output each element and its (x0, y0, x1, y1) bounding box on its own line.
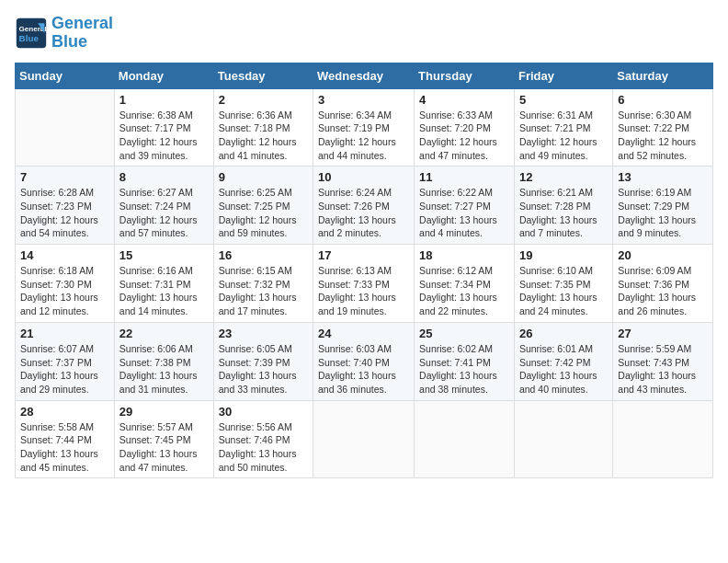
day-info: Sunrise: 6:12 AM Sunset: 7:34 PM Dayligh… (419, 264, 509, 318)
calendar-day-cell: 18Sunrise: 6:12 AM Sunset: 7:34 PM Dayli… (415, 245, 515, 323)
day-number: 9 (219, 170, 308, 184)
calendar-day-cell: 20Sunrise: 6:09 AM Sunset: 7:36 PM Dayli… (613, 245, 713, 323)
day-info: Sunrise: 6:22 AM Sunset: 7:27 PM Dayligh… (419, 186, 509, 240)
day-info: Sunrise: 6:24 AM Sunset: 7:26 PM Dayligh… (318, 186, 409, 240)
day-number: 12 (519, 170, 608, 184)
calendar-week-row: 28Sunrise: 5:58 AM Sunset: 7:44 PM Dayli… (16, 400, 713, 478)
calendar-week-row: 7Sunrise: 6:28 AM Sunset: 7:23 PM Daylig… (16, 167, 713, 245)
day-number: 18 (419, 248, 509, 262)
weekday-header-row: SundayMondayTuesdayWednesdayThursdayFrid… (16, 63, 713, 88)
calendar-day-cell: 21Sunrise: 6:07 AM Sunset: 7:37 PM Dayli… (16, 322, 115, 400)
day-number: 23 (219, 327, 308, 340)
day-number: 30 (219, 405, 308, 419)
day-number: 1 (119, 93, 209, 107)
calendar-day-cell: 22Sunrise: 6:06 AM Sunset: 7:38 PM Dayli… (114, 322, 213, 400)
day-info: Sunrise: 6:05 AM Sunset: 7:39 PM Dayligh… (219, 342, 308, 396)
calendar-day-cell: 12Sunrise: 6:21 AM Sunset: 7:28 PM Dayli… (514, 167, 612, 245)
calendar-day-cell: 16Sunrise: 6:15 AM Sunset: 7:32 PM Dayli… (213, 245, 313, 323)
day-number: 10 (318, 170, 409, 184)
day-number: 22 (119, 327, 209, 340)
calendar-day-cell: 15Sunrise: 6:16 AM Sunset: 7:31 PM Dayli… (114, 245, 213, 323)
calendar-day-cell: 2Sunrise: 6:36 AM Sunset: 7:18 PM Daylig… (213, 88, 313, 167)
day-number: 16 (219, 248, 308, 262)
day-number: 17 (318, 248, 409, 262)
calendar-day-cell: 24Sunrise: 6:03 AM Sunset: 7:40 PM Dayli… (313, 322, 415, 400)
calendar-day-cell: 11Sunrise: 6:22 AM Sunset: 7:27 PM Dayli… (415, 167, 515, 245)
day-number: 5 (519, 93, 608, 107)
calendar-day-cell: 10Sunrise: 6:24 AM Sunset: 7:26 PM Dayli… (313, 167, 415, 245)
weekday-header-cell: Thursday (415, 63, 515, 88)
calendar-day-cell: 26Sunrise: 6:01 AM Sunset: 7:42 PM Dayli… (514, 322, 612, 400)
calendar-day-cell: 19Sunrise: 6:10 AM Sunset: 7:35 PM Dayli… (514, 245, 612, 323)
day-number: 25 (419, 327, 509, 340)
calendar-day-cell (613, 400, 713, 478)
weekday-header-cell: Sunday (16, 63, 115, 88)
calendar-week-row: 14Sunrise: 6:18 AM Sunset: 7:30 PM Dayli… (16, 245, 713, 323)
calendar-body: 1Sunrise: 6:38 AM Sunset: 7:17 PM Daylig… (16, 88, 713, 478)
calendar-table: SundayMondayTuesdayWednesdayThursdayFrid… (15, 63, 713, 479)
day-info: Sunrise: 6:06 AM Sunset: 7:38 PM Dayligh… (119, 342, 209, 396)
calendar-day-cell: 29Sunrise: 5:57 AM Sunset: 7:45 PM Dayli… (114, 400, 213, 478)
day-number: 8 (119, 170, 209, 184)
weekday-header-cell: Tuesday (213, 63, 313, 88)
day-number: 14 (20, 248, 109, 262)
calendar-day-cell (313, 400, 415, 478)
day-info: Sunrise: 6:31 AM Sunset: 7:21 PM Dayligh… (519, 109, 608, 163)
calendar-day-cell (16, 88, 115, 167)
day-info: Sunrise: 6:34 AM Sunset: 7:19 PM Dayligh… (318, 109, 409, 163)
day-info: Sunrise: 6:28 AM Sunset: 7:23 PM Dayligh… (20, 186, 109, 240)
day-info: Sunrise: 6:38 AM Sunset: 7:17 PM Dayligh… (119, 109, 209, 163)
day-number: 19 (519, 248, 608, 262)
day-number: 15 (119, 248, 209, 262)
day-info: Sunrise: 5:56 AM Sunset: 7:46 PM Dayligh… (219, 420, 308, 475)
weekday-header-cell: Saturday (613, 63, 713, 88)
calendar-day-cell: 3Sunrise: 6:34 AM Sunset: 7:19 PM Daylig… (313, 88, 415, 167)
day-number: 6 (618, 93, 708, 107)
calendar-week-row: 21Sunrise: 6:07 AM Sunset: 7:37 PM Dayli… (16, 322, 713, 400)
day-info: Sunrise: 6:02 AM Sunset: 7:41 PM Dayligh… (419, 342, 509, 396)
day-number: 24 (318, 327, 409, 340)
day-number: 26 (519, 327, 608, 340)
weekday-header-cell: Friday (514, 63, 612, 88)
day-number: 20 (618, 248, 708, 262)
day-info: Sunrise: 6:36 AM Sunset: 7:18 PM Dayligh… (219, 109, 308, 163)
day-info: Sunrise: 6:27 AM Sunset: 7:24 PM Dayligh… (119, 186, 209, 240)
day-number: 27 (618, 327, 708, 340)
day-info: Sunrise: 6:16 AM Sunset: 7:31 PM Dayligh… (119, 264, 209, 318)
page-header: General Blue GeneralBlue (15, 15, 713, 52)
day-number: 28 (20, 405, 109, 419)
calendar-week-row: 1Sunrise: 6:38 AM Sunset: 7:17 PM Daylig… (16, 88, 713, 167)
day-info: Sunrise: 6:18 AM Sunset: 7:30 PM Dayligh… (20, 264, 109, 318)
logo: General Blue GeneralBlue (15, 15, 113, 52)
calendar-day-cell: 25Sunrise: 6:02 AM Sunset: 7:41 PM Dayli… (415, 322, 515, 400)
calendar-day-cell: 17Sunrise: 6:13 AM Sunset: 7:33 PM Dayli… (313, 245, 415, 323)
calendar-day-cell: 5Sunrise: 6:31 AM Sunset: 7:21 PM Daylig… (514, 88, 612, 167)
day-number: 29 (119, 405, 209, 419)
day-number: 3 (318, 93, 409, 107)
day-info: Sunrise: 6:15 AM Sunset: 7:32 PM Dayligh… (219, 264, 308, 318)
calendar-day-cell: 13Sunrise: 6:19 AM Sunset: 7:29 PM Dayli… (613, 167, 713, 245)
day-info: Sunrise: 6:21 AM Sunset: 7:28 PM Dayligh… (519, 186, 608, 240)
day-info: Sunrise: 6:10 AM Sunset: 7:35 PM Dayligh… (519, 264, 608, 318)
logo-icon: General Blue (15, 17, 48, 50)
calendar-day-cell: 4Sunrise: 6:33 AM Sunset: 7:20 PM Daylig… (415, 88, 515, 167)
logo-text: GeneralBlue (51, 15, 113, 52)
svg-text:Blue: Blue (19, 33, 40, 43)
calendar-day-cell: 27Sunrise: 5:59 AM Sunset: 7:43 PM Dayli… (613, 322, 713, 400)
calendar-day-cell (415, 400, 515, 478)
calendar-day-cell: 6Sunrise: 6:30 AM Sunset: 7:22 PM Daylig… (613, 88, 713, 167)
day-info: Sunrise: 6:03 AM Sunset: 7:40 PM Dayligh… (318, 342, 409, 396)
calendar-day-cell: 30Sunrise: 5:56 AM Sunset: 7:46 PM Dayli… (213, 400, 313, 478)
day-info: Sunrise: 5:58 AM Sunset: 7:44 PM Dayligh… (20, 420, 109, 475)
day-number: 13 (618, 170, 708, 184)
weekday-header-cell: Monday (114, 63, 213, 88)
day-info: Sunrise: 6:09 AM Sunset: 7:36 PM Dayligh… (618, 264, 708, 318)
calendar-day-cell (514, 400, 612, 478)
day-info: Sunrise: 6:07 AM Sunset: 7:37 PM Dayligh… (20, 342, 109, 396)
day-number: 11 (419, 170, 509, 184)
calendar-day-cell: 28Sunrise: 5:58 AM Sunset: 7:44 PM Dayli… (16, 400, 115, 478)
day-info: Sunrise: 6:13 AM Sunset: 7:33 PM Dayligh… (318, 264, 409, 318)
calendar-day-cell: 23Sunrise: 6:05 AM Sunset: 7:39 PM Dayli… (213, 322, 313, 400)
day-number: 2 (219, 93, 308, 107)
calendar-day-cell: 1Sunrise: 6:38 AM Sunset: 7:17 PM Daylig… (114, 88, 213, 167)
